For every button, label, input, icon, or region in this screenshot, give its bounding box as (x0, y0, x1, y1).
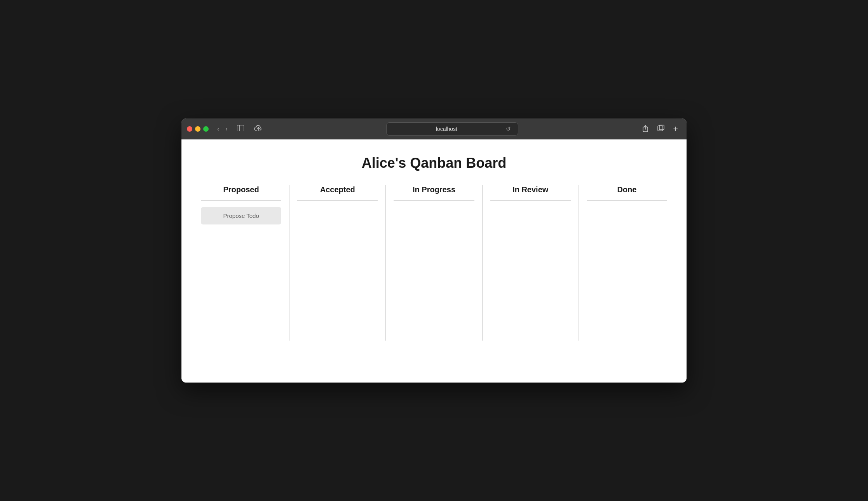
address-bar[interactable]: localhost ↺ (386, 122, 518, 136)
column-header-done: Done (587, 185, 667, 201)
traffic-lights (187, 126, 209, 132)
share-button[interactable] (639, 123, 652, 136)
column-body-in-review (490, 207, 571, 341)
url-text: localhost (392, 126, 501, 132)
share-icon (642, 124, 649, 134)
column-done: Done (579, 185, 675, 341)
column-in-progress: In Progress (386, 185, 482, 341)
column-in-review: In Review (483, 185, 579, 341)
cloud-icon (254, 125, 263, 133)
maximize-button[interactable] (203, 126, 209, 132)
svg-rect-0 (237, 125, 244, 131)
propose-todo-button[interactable]: Propose Todo (201, 207, 281, 224)
minimize-button[interactable] (195, 126, 200, 132)
reload-button[interactable]: ↺ (504, 125, 512, 133)
column-header-in-progress: In Progress (394, 185, 474, 201)
back-icon: ‹ (217, 125, 219, 132)
forward-icon: › (225, 125, 227, 132)
add-tab-button[interactable]: + (670, 124, 681, 134)
column-proposed: Proposed Propose Todo (193, 185, 289, 341)
tabs-icon (657, 125, 664, 134)
back-button[interactable]: ‹ (215, 124, 221, 134)
forward-button[interactable]: › (223, 124, 230, 134)
close-button[interactable] (187, 126, 192, 132)
column-accepted: Accepted (289, 185, 386, 341)
add-tab-icon: + (673, 124, 678, 134)
board-title: Alice's Qanban Board (193, 155, 675, 171)
column-header-accepted: Accepted (297, 185, 378, 201)
address-bar-wrapper: localhost ↺ (270, 122, 635, 136)
kanban-board: Proposed Propose Todo Accepted In Progre… (193, 185, 675, 341)
column-body-proposed: Propose Todo (201, 207, 281, 341)
sidebar-toggle-button[interactable] (234, 124, 247, 135)
column-body-done (587, 207, 667, 341)
sidebar-icon (237, 125, 244, 133)
reload-icon: ↺ (506, 125, 511, 132)
browser-chrome: ‹ › (181, 118, 687, 139)
tabs-button[interactable] (654, 123, 668, 135)
column-body-in-progress (394, 207, 474, 341)
cloud-button[interactable] (251, 124, 266, 135)
browser-window: ‹ › (181, 118, 687, 383)
column-header-proposed: Proposed (201, 185, 281, 201)
column-header-in-review: In Review (490, 185, 571, 201)
browser-actions: + (639, 123, 681, 136)
svg-rect-5 (658, 126, 663, 131)
nav-buttons: ‹ › (215, 124, 230, 134)
page-content: Alice's Qanban Board Proposed Propose To… (181, 139, 687, 383)
column-body-accepted (297, 207, 378, 341)
